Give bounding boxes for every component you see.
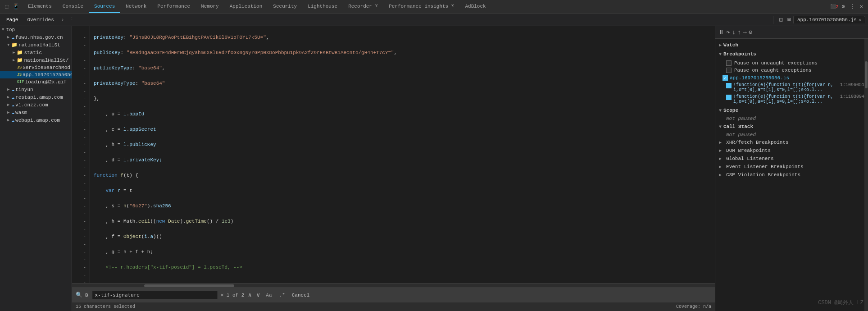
pause-resume-icon[interactable]: ⏸ [718,29,724,36]
device-icon[interactable]: 📱 [12,3,20,11]
xhr-breakpoints-header[interactable]: ▶ XHR/fetch Breakpoints [715,138,868,146]
watch-label: Watch [723,42,738,48]
chevron-right-icon: ▶ [719,42,722,48]
sidebar-item-label: ServiceSearchMod [23,65,70,70]
search-clear-icon[interactable]: ✕ [221,292,224,298]
step-out-icon[interactable]: ↑ [737,29,741,36]
tab-sources[interactable]: Sources [89,0,120,13]
sidebar-item-service-search-mod[interactable]: ▶ JS ServiceSearchMod [0,64,72,71]
tab-application[interactable]: Application [224,0,268,13]
sidebar-item-label: v1.cnzz.com [15,102,48,108]
expand-icon: ▶ [7,102,9,107]
tab-recorder[interactable]: Recorder ⌥ [343,0,383,13]
inspect-icon[interactable]: ⬚ [3,3,11,11]
file-tab-app[interactable]: app.1697015255056.js ✕ [793,16,865,23]
file-tab-label: app.1697015255056.js [797,17,857,23]
sidebar-item-app-js[interactable]: ▶ JS app.1697015255056.js [0,71,72,78]
tab-security[interactable]: Security [268,0,302,13]
sidebar-item-label: app.1697015255056.js [23,72,72,78]
match-case-button[interactable]: Aa [264,291,274,299]
devtools-icons: ⬚ 📱 [0,3,23,11]
tab-lighthouse[interactable]: Lighthouse [302,0,343,13]
tab-console[interactable]: Console [57,0,89,13]
checkbox-uncaught[interactable] [726,60,732,66]
global-listeners-header[interactable]: ▶ Global Listeners [715,155,868,163]
step-icon[interactable]: → [743,29,746,36]
pause-uncaught-checkbox[interactable]: Pause on uncaught exceptions [723,59,868,67]
sidebar-item-wasm[interactable]: ▶ ☁ wasm [0,109,72,116]
sidebar-item-loading-gif[interactable]: ▶ GIF loading@2x.gif [0,78,72,86]
js-file-icon: JS [17,65,22,70]
step-into-icon[interactable]: ↓ [732,29,735,36]
close-icon[interactable]: ✕ [857,3,865,11]
sidebar-item-top[interactable]: ▼ top [0,26,72,33]
sidebar-item-label: top [6,27,15,32]
right-panel-scrollbar[interactable] [864,39,868,311]
sidebar-item-tinyun[interactable]: ▶ ☁ tinyun [0,86,72,93]
pause-uncaught-label: Pause on uncaught exceptions [734,60,818,66]
bp-file-checkbox[interactable]: ✓ [723,75,728,81]
pause-caught-checkbox[interactable]: Pause on caught exceptions [723,67,868,74]
search-input[interactable] [92,291,218,299]
tab-elements[interactable]: Elements [23,0,57,13]
sidebar-item-v1cnzz[interactable]: ▶ ☁ v1.cnzz.com [0,101,72,109]
chevron-right-icon: ▶ [719,140,722,145]
code-text: privateKey: "JShsBOJL0RgPAoPttEB1hgtPAVC… [90,26,715,283]
search-prev-button[interactable]: ∧ [247,290,252,300]
tab-page[interactable]: Page [3,16,22,23]
event-listener-breakpoints-header[interactable]: ▶ Event Listener Breakpoints [715,163,868,171]
sidebar-item-webapi[interactable]: ▶ ☁ webapi.amap.com [0,116,72,124]
callstack-section-header[interactable]: ▼ Call Stack [715,122,868,131]
tab-performance-insights[interactable]: Performance insights ⌥ [383,0,459,13]
error-badge[interactable]: ⬛2 [830,3,838,11]
sidebar-item-nationalHallSt[interactable]: ▼ 📁 nationalHallSt [0,41,72,49]
breakpoint-file-header[interactable]: ✓ app.1697015255056.js [723,74,868,82]
bp-point-checkbox[interactable] [726,83,732,88]
breakpoints-section-header[interactable]: ▼ Breakpoints [715,50,868,59]
checkbox-caught[interactable] [726,68,732,73]
sidebar-item-nationalHallSt-sub[interactable]: ▶ 📁 nationalHallSt/ [0,56,72,64]
dom-breakpoints-header[interactable]: ▶ DOM Breakpoints [715,146,868,155]
settings-icon[interactable]: ⚙ [839,3,847,11]
sidebar-item-label: tinyun [15,87,33,92]
tab-performance[interactable]: Performance [152,0,195,13]
step-over-icon[interactable]: ↷ [726,28,730,36]
debugger-sections: ▶ Watch ▼ Breakpoints Pause on uncaught … [715,39,868,311]
more-options-icon[interactable]: ⋮ [69,17,74,23]
dock-icon[interactable]: ◫ [777,16,785,24]
breakpoint-item-1[interactable]: !function(e){function t(t){for(var n,i,o… [723,82,868,93]
sidebar-item-static[interactable]: ▶ 📁 static [0,49,72,56]
sidebar-item-restapi[interactable]: ▶ ☁ restapi.amap.com [0,93,72,101]
search-next-button[interactable]: ∨ [255,290,261,300]
deactivate-breakpoints-icon[interactable]: ⊖ [749,28,752,36]
search-cancel-button[interactable]: Cancel [292,293,310,298]
scope-label-text: Scope [723,108,738,113]
csp-violation-breakpoints-header[interactable]: ▶ CSP Violation Breakpoints [715,171,868,179]
debugger-toolbar: ⏸ ↷ ↓ ↑ → ⊖ [715,26,868,39]
horizontal-scrollbar[interactable] [72,283,715,288]
cloud-icon: ☁ [11,117,14,123]
sidebar-item-fuwu[interactable]: ▶ ☁ fuwu.nhsa.gov.cn [0,33,72,41]
tab-memory[interactable]: Memory [195,0,224,13]
sidebar-item-label: nationalHallSt/ [24,58,68,63]
global-listeners-label: Global Listeners [726,156,774,161]
breakpoint-item-2[interactable]: !function(e){function t(t){for(var n,i,o… [723,93,868,105]
tab-network[interactable]: Network [120,0,152,13]
debugger-panel: ⏸ ↷ ↓ ↑ → ⊖ ▶ Watch ▼ Breakpoints Pause … [715,26,868,311]
file-tab-close[interactable]: ✕ [859,17,861,23]
search-bar: 🔍 B ✕ 1 of 2 ∧ ∨ Aa .* Cancel [72,288,715,302]
scrollbar-thumb[interactable] [144,284,234,287]
split-icon[interactable]: ⊞ [785,16,793,24]
regex-button[interactable]: .* [277,291,287,299]
more-icon[interactable]: ⋮ [848,3,856,11]
watch-section-header[interactable]: ▶ Watch [715,41,868,50]
bp-point-line-1: 1:1096051 [840,82,864,87]
code-content[interactable]: ----- ----- ----- ----- ----- ----- ----… [72,26,715,283]
code-editor-area: ----- ----- ----- ----- ----- ----- ----… [72,26,715,311]
right-panel-scrollbar-thumb[interactable] [865,61,868,88]
tab-adblock[interactable]: AdBlock [459,0,491,13]
scope-section-header[interactable]: ▼ Scope [715,106,868,115]
chevron-right-icon: ▶ [719,156,722,161]
tab-overrides[interactable]: Overrides [23,16,57,23]
bp-point-checkbox[interactable] [726,95,732,100]
